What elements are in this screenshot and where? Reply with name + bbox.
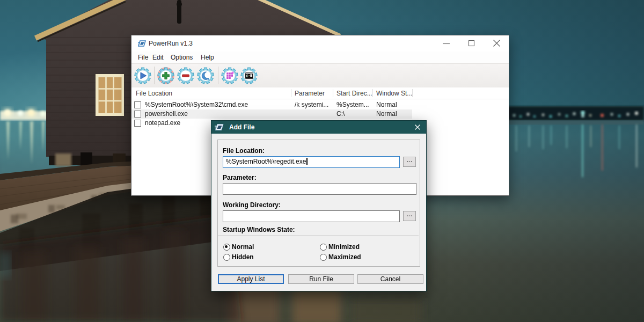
svg-text:C:: C: — [246, 75, 250, 78]
